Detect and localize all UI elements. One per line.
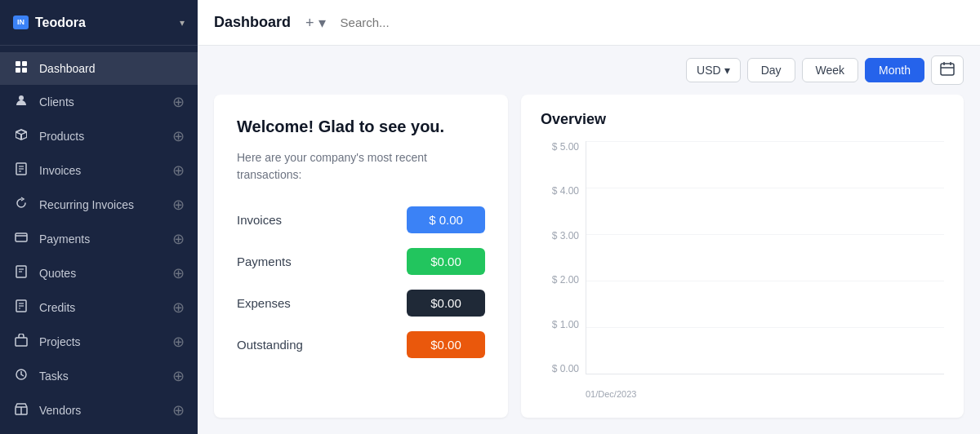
currency-chevron-icon: ▾ [724,64,730,77]
sidebar-item-label: Tasks [39,370,69,383]
calendar-icon [940,61,955,76]
sidebar-item-label: Products [39,130,84,143]
recurring-icon [13,197,29,213]
chevron-down-icon[interactable]: ▾ [180,17,185,29]
svg-rect-2 [16,68,20,73]
chart-plot [586,141,944,374]
outstanding-label: Outstanding [237,338,303,352]
add-client-icon[interactable]: ⊕ [172,93,185,111]
week-period-button[interactable]: Week [802,58,859,82]
main-content: Dashboard + ▾ USD ▾ Day Week Month Welco… [198,0,980,434]
currency-select[interactable]: USD ▾ [686,58,741,82]
y-label-200: $ 2.00 [552,274,579,286]
overview-panel: Overview $ 5.00 $ 4.00 $ 3.00 $ 2.00 $ 1… [521,95,964,418]
grid-line-4 [586,327,944,328]
expenses-row: Expenses $0.00 [237,290,485,317]
search-input[interactable] [341,16,964,29]
chart-y-axis: $ 5.00 $ 4.00 $ 3.00 $ 2.00 $ 1.00 $ 0.0… [541,141,586,374]
sidebar-item-label: Payments [39,232,90,246]
svg-rect-22 [941,64,954,75]
outstanding-amount: $0.00 [407,331,485,358]
credits-icon [13,299,29,316]
invoices-amount: $ 0.00 [407,206,485,233]
sidebar-item-label: Credits [39,301,75,314]
sidebar-item-projects[interactable]: Projects ⊕ [0,325,198,359]
sidebar-item-label: Invoices [39,164,81,177]
expenses-amount: $0.00 [407,290,485,317]
y-label-100: $ 1.00 [552,319,579,330]
chart-container: $ 5.00 $ 4.00 $ 3.00 $ 2.00 $ 1.00 $ 0.0… [541,141,944,399]
sidebar-item-label: Clients [39,95,74,108]
sidebar-item-label: Dashboard [39,62,96,75]
month-period-button[interactable]: Month [865,58,924,82]
welcome-subtitle: Here are your company's most recent tran… [237,149,485,184]
tasks-icon [13,368,29,384]
welcome-title: Welcome! Glad to see you. [237,117,485,136]
sidebar-item-invoices[interactable]: Invoices ⊕ [0,153,198,188]
sidebar-item-label: Vendors [39,404,81,417]
invoices-label: Invoices [237,213,282,227]
sidebar-item-dashboard[interactable]: Dashboard [0,52,198,85]
svg-rect-1 [22,61,27,66]
day-period-button[interactable]: Day [747,58,795,82]
expenses-label: Expenses [237,296,291,310]
invoices-row: Invoices $ 0.00 [237,206,485,233]
sidebar-item-recurring-invoices[interactable]: Recurring Invoices ⊕ [0,188,198,222]
add-credit-icon[interactable]: ⊕ [172,299,185,317]
sidebar-item-payments[interactable]: Payments ⊕ [0,222,198,256]
sidebar-item-clients[interactable]: Clients ⊕ [0,85,198,119]
clients-icon [13,94,29,110]
add-invoice-icon[interactable]: ⊕ [172,162,185,179]
sidebar-item-label: Recurring Invoices [39,198,134,211]
chart-x-label: 01/Dec/2023 [586,389,636,399]
sidebar: IN Teodora ▾ Dashboard Clients ⊕ [0,0,198,434]
content-wrapper: USD ▾ Day Week Month Welcome! Glad to se… [198,46,980,434]
y-label-400: $ 4.00 [552,185,579,197]
logo-icon: IN [13,16,29,29]
payments-row: Payments $0.00 [237,248,485,275]
sidebar-item-credits[interactable]: Credits ⊕ [0,290,198,325]
add-quote-icon[interactable]: ⊕ [172,264,185,282]
panels: Welcome! Glad to see you. Here are your … [198,95,980,434]
y-label-000: $ 0.00 [552,363,579,374]
currency-label: USD [697,64,721,77]
sidebar-logo: IN Teodora [13,16,86,30]
invoices-icon [13,162,29,179]
y-label-300: $ 3.00 [552,230,579,241]
sidebar-header: IN Teodora ▾ [0,0,198,46]
vendors-icon [13,402,29,418]
toolbar: USD ▾ Day Week Month [198,46,980,95]
add-vendor-icon[interactable]: ⊕ [172,401,185,419]
quotes-icon [13,265,29,281]
add-project-icon[interactable]: ⊕ [172,333,185,351]
outstanding-row: Outstanding $0.00 [237,331,485,358]
payments-icon [13,231,29,247]
sidebar-item-tasks[interactable]: Tasks ⊕ [0,359,198,393]
sidebar-item-label: Projects [39,335,81,348]
svg-point-4 [19,95,24,100]
add-recurring-icon[interactable]: ⊕ [172,196,185,214]
sidebar-item-vendors[interactable]: Vendors ⊕ [0,393,198,427]
sidebar-item-quotes[interactable]: Quotes ⊕ [0,256,198,290]
dashboard-icon [13,60,29,77]
page-title: Dashboard [214,14,291,31]
products-icon [13,128,29,144]
grid-line-1 [586,188,944,188]
add-task-icon[interactable]: ⊕ [172,367,185,385]
calendar-button[interactable] [931,55,964,85]
grid-line-2 [586,234,944,235]
grid-line-top [586,141,944,142]
sidebar-nav: Dashboard Clients ⊕ Products ⊕ [0,46,198,434]
welcome-panel: Welcome! Glad to see you. Here are your … [214,95,508,418]
sidebar-username: Teodora [35,16,86,30]
y-label-500: $ 5.00 [552,141,579,153]
payments-amount: $0.00 [407,248,485,275]
svg-rect-9 [16,233,27,241]
add-button[interactable]: + ▾ [301,12,331,33]
sidebar-item-products[interactable]: Products ⊕ [0,119,198,153]
svg-rect-3 [22,68,27,73]
add-product-icon[interactable]: ⊕ [172,127,185,145]
add-payment-icon[interactable]: ⊕ [172,230,185,248]
payments-label: Payments [237,255,292,268]
svg-rect-18 [16,338,27,346]
